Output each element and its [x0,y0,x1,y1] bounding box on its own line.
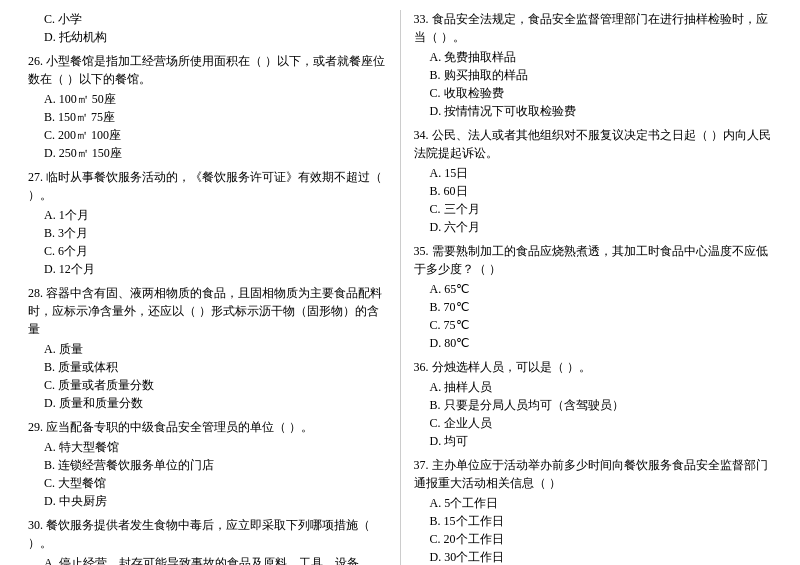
option-33b: B. 购买抽取的样品 [414,66,773,84]
question-text-30: 30. 餐饮服务提供者发生食物中毒后，应立即采取下列哪项措施（ ）。 [28,516,387,552]
option-26a: A. 100㎡ 50座 [28,90,387,108]
option-29c: C. 大型餐馆 [28,474,387,492]
option-33a: A. 免费抽取样品 [414,48,773,66]
question-block-34: 34. 公民、法人或者其他组织对不服复议决定书之日起（ ）内向人民法院提起诉讼。… [414,126,773,236]
option-26b: B. 150㎡ 75座 [28,108,387,126]
option-28b: B. 质量或体积 [28,358,387,376]
option-36c: C. 企业人员 [414,414,773,432]
option-36a: A. 抽样人员 [414,378,773,396]
option-34a: A. 15日 [414,164,773,182]
page-container: C. 小学 D. 托幼机构 26. 小型餐馆是指加工经营场所使用面积在（ ）以下… [20,10,780,565]
question-block-26: 26. 小型餐馆是指加工经营场所使用面积在（ ）以下，或者就餐座位数在（ ）以下… [28,52,387,162]
option-35c: C. 75℃ [414,316,773,334]
option-36b: B. 只要是分局人员均可（含驾驶员） [414,396,773,414]
option-37b: B. 15个工作日 [414,512,773,530]
right-column: 33. 食品安全法规定，食品安全监督管理部门在进行抽样检验时，应当（ ）。 A.… [406,10,781,565]
option-37c: C. 20个工作日 [414,530,773,548]
option-28a: A. 质量 [28,340,387,358]
option-34d: D. 六个月 [414,218,773,236]
option-33d: D. 按情情况下可收取检验费 [414,102,773,120]
question-text-37: 37. 主办单位应于活动举办前多少时间向餐饮服务食品安全监督部门通报重大活动相关… [414,456,773,492]
option-26c: C. 200㎡ 100座 [28,126,387,144]
question-block-29: 29. 应当配备专职的中级食品安全管理员的单位（ ）。 A. 特大型餐馆 B. … [28,418,387,510]
option-c-small: C. 小学 [28,10,387,28]
option-37a: A. 5个工作日 [414,494,773,512]
question-block-28: 28. 容器中含有固、液两相物质的食品，且固相物质为主要食品配料时，应标示净含量… [28,284,387,412]
option-35b: B. 70℃ [414,298,773,316]
question-text-34: 34. 公民、法人或者其他组织对不服复议决定书之日起（ ）内向人民法院提起诉讼。 [414,126,773,162]
option-34c: C. 三个月 [414,200,773,218]
left-column: C. 小学 D. 托幼机构 26. 小型餐馆是指加工经营场所使用面积在（ ）以下… [20,10,395,565]
option-29b: B. 连锁经营餐饮服务单位的门店 [28,456,387,474]
option-28d: D. 质量和质量分数 [28,394,387,412]
question-block-33: 33. 食品安全法规定，食品安全监督管理部门在进行抽样检验时，应当（ ）。 A.… [414,10,773,120]
option-35a: A. 65℃ [414,280,773,298]
option-d-托幼: D. 托幼机构 [28,28,387,46]
column-divider [400,10,401,565]
option-28c: C. 质量或者质量分数 [28,376,387,394]
question-block-36: 36. 分烛选样人员，可以是（ ）。 A. 抽样人员 B. 只要是分局人员均可（… [414,358,773,450]
option-34b: B. 60日 [414,182,773,200]
question-text-26: 26. 小型餐馆是指加工经营场所使用面积在（ ）以下，或者就餐座位数在（ ）以下… [28,52,387,88]
option-29a: A. 特大型餐馆 [28,438,387,456]
option-29d: D. 中央厨房 [28,492,387,510]
option-35d: D. 80℃ [414,334,773,352]
question-text-29: 29. 应当配备专职的中级食品安全管理员的单位（ ）。 [28,418,387,436]
question-block-37: 37. 主办单位应于活动举办前多少时间向餐饮服务食品安全监督部门通报重大活动相关… [414,456,773,565]
question-text-33: 33. 食品安全法规定，食品安全监督管理部门在进行抽样检验时，应当（ ）。 [414,10,773,46]
option-36d: D. 均可 [414,432,773,450]
question-block-35: 35. 需要熟制加工的食品应烧熟煮透，其加工时食品中心温度不应低于多少度？（ ）… [414,242,773,352]
option-33c: C. 收取检验费 [414,84,773,102]
option-27a: A. 1个月 [28,206,387,224]
question-text-35: 35. 需要熟制加工的食品应烧熟煮透，其加工时食品中心温度不应低于多少度？（ ） [414,242,773,278]
option-27c: C. 6个月 [28,242,387,260]
question-text-27: 27. 临时从事餐饮服务活动的，《餐饮服务许可证》有效期不超过（ ）。 [28,168,387,204]
option-30a: A. 停止经营，封存可能导致事故的食品及原料、工具、设备 [28,554,387,565]
option-27d: D. 12个月 [28,260,387,278]
question-text-36: 36. 分烛选样人员，可以是（ ）。 [414,358,773,376]
question-block-prev: C. 小学 D. 托幼机构 [28,10,387,46]
question-block-30: 30. 餐饮服务提供者发生食物中毒后，应立即采取下列哪项措施（ ）。 A. 停止… [28,516,387,565]
option-37d: D. 30个工作日 [414,548,773,565]
question-text-28: 28. 容器中含有固、液两相物质的食品，且固相物质为主要食品配料时，应标示净含量… [28,284,387,338]
option-26d: D. 250㎡ 150座 [28,144,387,162]
question-block-27: 27. 临时从事餐饮服务活动的，《餐饮服务许可证》有效期不超过（ ）。 A. 1… [28,168,387,278]
option-27b: B. 3个月 [28,224,387,242]
